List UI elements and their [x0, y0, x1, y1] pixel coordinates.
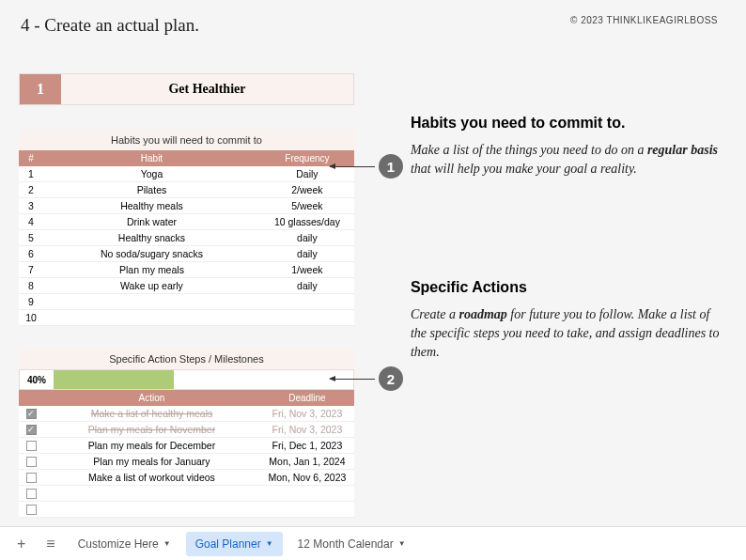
all-sheets-button[interactable]: ≡ [39, 532, 62, 556]
table-row[interactable]: 4Drink water10 glasses/day [19, 214, 354, 230]
callout-1: Habits you need to commit to. Make a lis… [411, 115, 727, 179]
progress-bar [54, 370, 353, 389]
row-number: 1 [19, 168, 43, 179]
progress-fill [54, 370, 174, 389]
add-sheet-button[interactable]: + [9, 532, 33, 556]
habit-cell: Pilates [43, 184, 260, 195]
checkbox[interactable]: ✓ [26, 409, 37, 419]
row-number: 10 [19, 312, 43, 323]
callout-1-pre: Make a list of the things you need to do… [411, 143, 647, 157]
table-row[interactable]: ✓Make a list of healthy mealsFri, Nov 3,… [19, 406, 354, 422]
table-row[interactable]: ✓Plan my meals for NovemberFri, Nov 3, 2… [19, 422, 354, 438]
deadline-cell: Fri, Nov 3, 2023 [260, 424, 354, 435]
tab-label: Goal Planner [195, 537, 261, 551]
checkbox-cell [19, 457, 43, 467]
goal-number: 1 [20, 74, 61, 104]
tab-customize-here[interactable]: Customize Here▼ [69, 532, 180, 556]
habits-block-title: Habits you will need to commit to [19, 130, 354, 150]
habit-cell: Healthy meals [43, 200, 260, 211]
row-number: 8 [19, 280, 43, 291]
table-row[interactable]: Plan my meals for JanuaryMon, Jan 1, 202… [19, 454, 354, 470]
col-check-header [19, 390, 43, 406]
row-number: 3 [19, 200, 43, 211]
frequency-cell: Daily [260, 168, 354, 179]
table-row[interactable] [19, 486, 354, 502]
tab-label: Customize Here [78, 537, 159, 551]
table-row[interactable]: 1YogaDaily [19, 166, 354, 182]
callout-1-post: that will help you make your goal a real… [411, 162, 637, 176]
arrow-1-icon [330, 166, 375, 167]
callout-2-bold: roadmap [459, 307, 507, 321]
actions-block: Specific Action Steps / Milestones 40% A… [19, 349, 354, 518]
col-action-header: Action [43, 390, 260, 406]
actions-header-row: Action Deadline [19, 390, 354, 406]
tab-label: 12 Month Calendar [298, 537, 394, 551]
checkbox[interactable] [26, 457, 37, 467]
copyright: © 2023 THINKLIKEAGIRLBOSS [570, 15, 718, 36]
table-row[interactable]: 10 [19, 310, 354, 326]
frequency-cell: daily [260, 248, 354, 259]
checkbox[interactable] [26, 489, 37, 499]
sheet-tabs: + ≡ Customize Here▼ Goal Planner▼ 12 Mon… [0, 526, 746, 560]
table-row[interactable]: 9 [19, 294, 354, 310]
page-title: 4 - Create an actual plan. [21, 15, 199, 36]
table-row[interactable]: 7Plan my meals1/week [19, 262, 354, 278]
table-row[interactable]: 6No soda/sugary snacksdaily [19, 246, 354, 262]
checkbox-cell [19, 489, 43, 499]
checkbox-cell [19, 505, 43, 515]
habit-cell: Wake up early [43, 280, 260, 291]
checkbox[interactable] [26, 473, 37, 483]
row-number: 6 [19, 248, 43, 259]
callout-2: Specific Actions Create a roadmap for fu… [411, 279, 727, 363]
deadline-cell: Fri, Dec 1, 2023 [260, 440, 354, 451]
row-number: 5 [19, 232, 43, 243]
frequency-cell: daily [260, 232, 354, 243]
table-row[interactable]: 2Pilates2/week [19, 182, 354, 198]
row-number: 7 [19, 264, 43, 275]
progress-label: 40% [20, 370, 54, 389]
habits-block: Habits you will need to commit to # Habi… [19, 130, 354, 326]
table-row[interactable]: Plan my meals for DecemberFri, Dec 1, 20… [19, 438, 354, 454]
table-row[interactable]: 8Wake up earlydaily [19, 278, 354, 294]
arrow-2-icon [330, 379, 375, 380]
checkbox[interactable]: ✓ [26, 425, 37, 435]
deadline-cell: Mon, Nov 6, 2023 [260, 472, 354, 483]
row-number: 4 [19, 216, 43, 227]
goal-title: Get Healthier [61, 74, 353, 104]
habit-cell: Plan my meals [43, 264, 260, 275]
col-habit-header: Habit [43, 150, 260, 166]
checkbox-cell [19, 441, 43, 451]
col-deadline-header: Deadline [260, 390, 354, 406]
frequency-cell: 2/week [260, 184, 354, 195]
checkbox[interactable] [26, 505, 37, 515]
table-row[interactable]: Make a list of workout videosMon, Nov 6,… [19, 470, 354, 486]
table-row[interactable]: 5Healthy snacksdaily [19, 230, 354, 246]
goal-header: 1 Get Healthier [19, 73, 354, 105]
action-cell: Plan my meals for November [43, 424, 260, 435]
col-number-header: # [19, 150, 43, 166]
callout-1-heading: Habits you need to commit to. [411, 115, 727, 132]
callout-1-body: Make a list of the things you need to do… [411, 141, 727, 179]
badge-2: 2 [379, 366, 403, 391]
callout-2-pre: Create a [411, 307, 459, 321]
table-row[interactable] [19, 502, 354, 518]
row-number: 2 [19, 184, 43, 195]
checkbox[interactable] [26, 441, 37, 451]
habit-cell: Drink water [43, 216, 260, 227]
action-cell: Make a list of healthy meals [43, 408, 260, 419]
caret-down-icon: ▼ [163, 539, 171, 548]
tab-12-month-calendar[interactable]: 12 Month Calendar▼ [288, 532, 415, 556]
callout-1-bold: regular basis [647, 143, 718, 157]
action-cell: Plan my meals for January [43, 456, 260, 467]
table-row[interactable]: 3Healthy meals5/week [19, 198, 354, 214]
tab-goal-planner[interactable]: Goal Planner▼ [186, 532, 283, 556]
deadline-cell: Fri, Nov 3, 2023 [260, 408, 354, 419]
callout-2-heading: Specific Actions [411, 279, 727, 296]
frequency-cell: 5/week [260, 200, 354, 211]
checkbox-cell: ✓ [19, 425, 43, 435]
habit-cell: No soda/sugary snacks [43, 248, 260, 259]
checkbox-cell: ✓ [19, 409, 43, 419]
caret-down-icon: ▼ [266, 539, 273, 548]
habit-cell: Yoga [43, 168, 260, 179]
habits-header-row: # Habit Frequency [19, 150, 354, 166]
